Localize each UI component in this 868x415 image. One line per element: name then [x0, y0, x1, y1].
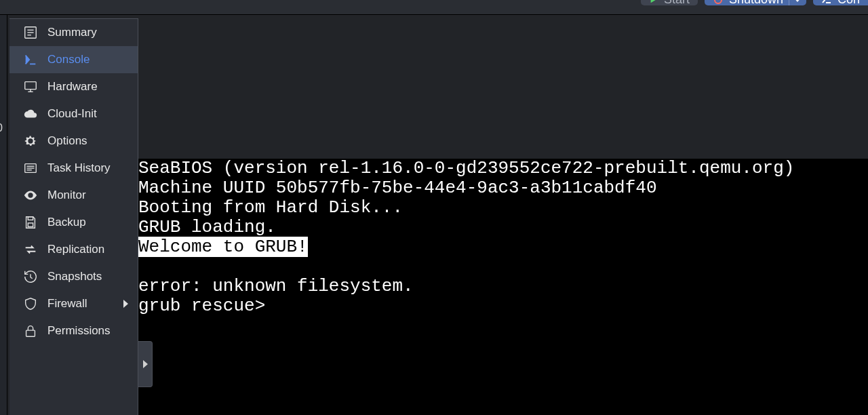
replication-icon: [23, 242, 38, 257]
chevron-right-icon: [143, 360, 148, 368]
sidebar-item-label: Options: [47, 134, 87, 148]
sidebar-item-replication[interactable]: Replication: [9, 236, 138, 263]
console-button[interactable]: Con: [813, 0, 868, 5]
terminal-line: Machine UUID 50b577fb-75be-44e4-9ac3-a3b…: [138, 178, 868, 198]
terminal-line: GRUB loading.: [138, 218, 868, 237]
sidebar-item-summary[interactable]: Summary: [9, 19, 138, 46]
shutdown-dropdown-toggle[interactable]: [789, 0, 806, 5]
terminal-line: Welcome to GRUB!: [138, 237, 868, 257]
sidebar-item-label: Permissions: [47, 324, 111, 338]
vm-sidebar: Summary Console Hardware Cloud-Init Opti…: [9, 18, 138, 415]
sidebar-item-backup[interactable]: Backup: [9, 209, 138, 236]
chevron-right-icon: [123, 300, 128, 308]
sidebar-item-label: Backup: [47, 216, 86, 229]
sidebar-item-monitor[interactable]: Monitor: [9, 182, 138, 209]
sidebar-item-console[interactable]: Console: [9, 46, 138, 73]
svg-point-0: [715, 0, 722, 3]
shutdown-button[interactable]: Shutdown: [705, 0, 806, 5]
sidebar-item-label: Snapshots: [47, 270, 102, 283]
start-button-label: Start: [664, 0, 690, 7]
console-button-label: Con: [837, 0, 860, 7]
sidebar-item-hardware[interactable]: Hardware: [9, 73, 138, 100]
shield-icon: [23, 296, 38, 311]
top-toolbar: Start Shutdown Con: [0, 0, 868, 15]
terminal-icon: [23, 52, 38, 67]
left-tree-gutter: 20 3 3 3 3 3 3 3- 3- 3-: [0, 15, 7, 415]
sidebar-collapse-handle[interactable]: [138, 341, 153, 387]
chevron-down-icon: [793, 0, 802, 2]
save-icon: [23, 215, 38, 230]
sidebar-item-snapshots[interactable]: Snapshots: [9, 263, 138, 290]
svg-rect-16: [28, 223, 33, 227]
shutdown-button-label: Shutdown: [729, 0, 783, 7]
terminal-line: error: unknown filesystem.: [138, 277, 868, 296]
sidebar-item-label: Task History: [47, 161, 111, 175]
terminal-line: SeaBIOS (version rel-1.16.0-0-gd239552ce…: [138, 159, 868, 178]
svg-rect-8: [25, 82, 37, 90]
vm-console-output[interactable]: SeaBIOS (version rel-1.16.0-0-gd239552ce…: [138, 159, 868, 415]
start-button[interactable]: Start: [641, 0, 698, 5]
gutter-frag: 20: [0, 122, 3, 134]
cloud-icon: [23, 106, 38, 121]
terminal-line: Booting from Hard Disk...: [138, 198, 868, 218]
svg-rect-15: [28, 217, 33, 220]
list-icon: [23, 161, 38, 176]
sidebar-item-label: Summary: [47, 26, 97, 39]
sidebar-item-permissions[interactable]: Permissions: [9, 317, 138, 344]
sidebar-item-task-history[interactable]: Task History: [9, 155, 138, 182]
sidebar-item-options[interactable]: Options: [9, 127, 138, 155]
power-icon: [713, 0, 724, 5]
sidebar-item-firewall[interactable]: Firewall: [9, 290, 138, 317]
play-icon: [649, 0, 658, 4]
sidebar-item-label: Cloud-Init: [47, 107, 97, 121]
sidebar-item-label: Console: [47, 53, 90, 66]
sidebar-item-label: Hardware: [47, 80, 98, 94]
gear-icon: [23, 134, 38, 149]
monitor-icon: [23, 79, 38, 94]
svg-line-18: [31, 277, 33, 279]
sidebar-item-cloud-init[interactable]: Cloud-Init: [9, 100, 138, 127]
sidebar-item-label: Replication: [47, 243, 104, 256]
svg-rect-19: [26, 330, 35, 336]
history-icon: [23, 269, 38, 284]
sidebar-item-label: Monitor: [47, 189, 86, 202]
summary-icon: [23, 25, 38, 40]
sidebar-item-label: Firewall: [47, 297, 87, 311]
lock-icon: [23, 323, 38, 338]
console-area: SeaBIOS (version rel-1.16.0-0-gd239552ce…: [138, 15, 868, 415]
terminal-line: grub rescue>: [138, 296, 868, 316]
eye-icon: [23, 188, 38, 203]
terminal-icon: [821, 0, 832, 5]
terminal-line: [138, 257, 868, 277]
